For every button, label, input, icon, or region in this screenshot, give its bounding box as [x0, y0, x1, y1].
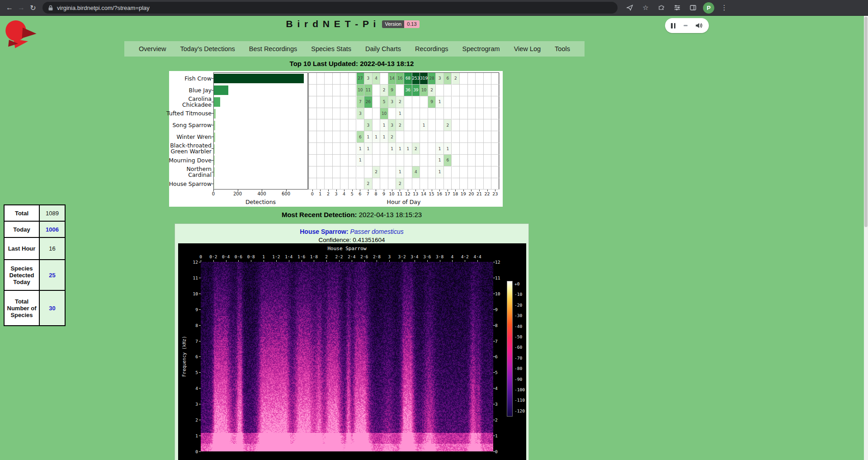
pause-icon[interactable] [671, 23, 675, 28]
hour-tick-label: 20 [468, 191, 474, 196]
hour-tick-label: 6 [359, 191, 361, 196]
heatmap-cell [373, 155, 381, 166]
nav-item-best-recordings[interactable]: Best Recordings [249, 45, 297, 52]
volume-icon[interactable] [695, 22, 703, 29]
spectrogram-time-label: 3·2 [398, 254, 406, 259]
heatmap-cell [428, 119, 436, 131]
send-button[interactable] [624, 2, 636, 14]
heatmap-cell [468, 178, 476, 190]
audio-player[interactable] [665, 18, 709, 33]
media-controls-button[interactable] [671, 2, 683, 14]
heatmap-cell [309, 178, 317, 190]
heatmap-cell [468, 73, 476, 85]
top10-title: Top 10 Last Updated: 2022-04-13 18:12 [175, 60, 529, 67]
heatmap-cell [468, 96, 476, 108]
species-label: Carolina Chickadee [76, 96, 212, 108]
heatmap-cell [404, 178, 412, 190]
heatmap-cell: 3 [436, 73, 444, 85]
spectrogram-time-label: 3 [388, 254, 391, 259]
heatmap-cell [349, 155, 357, 166]
axis-tick [493, 436, 495, 436]
url-bar[interactable]: virginia.birdnetpi.com/?stream=play [42, 2, 618, 14]
version-badge: Version 0.13 [382, 20, 419, 28]
heatmap-cell [325, 73, 333, 85]
nav-item-recordings[interactable]: Recordings [415, 45, 448, 52]
scrollbar-thumb[interactable] [864, 17, 868, 227]
bar-segment [214, 85, 228, 95]
spectrogram-time-label: 4·4 [473, 254, 481, 259]
recent-detection-label: Most Recent Detection: [282, 211, 357, 218]
spectrogram-time-label: 0·8 [247, 254, 255, 259]
heatmap-cell [309, 155, 317, 166]
heatmap-cell [325, 85, 333, 96]
reload-button[interactable]: ↻ [27, 2, 39, 14]
nav-item-species-stats[interactable]: Species Stats [311, 45, 351, 52]
heatmap-xaxis-label: Hour of Day [387, 199, 421, 205]
side-panel-icon [689, 4, 697, 11]
colorbar-label: -100 [514, 387, 525, 392]
heatmap-cell: 1 [436, 96, 444, 108]
axis-tick [199, 356, 201, 357]
nav-item-spectrogram[interactable]: Spectrogram [462, 45, 500, 52]
confidence-value: 0.41351604 [353, 237, 385, 243]
heatmap-cell [373, 119, 381, 131]
heatmap-cell [452, 119, 460, 131]
axis-tick [493, 356, 495, 357]
heatmap-cell [325, 155, 333, 166]
forward-button[interactable]: → [15, 2, 27, 14]
spectrogram-freq-label: 6 [495, 354, 506, 359]
spectrogram-plot: House Sparrow00·20·40·60·811·21·41·61·82… [178, 243, 526, 460]
hour-tick-label: 7 [367, 191, 369, 196]
extensions-button[interactable] [656, 2, 667, 14]
stat-value-link[interactable]: 1006 [39, 221, 65, 237]
heatmap-cell: 1 [396, 166, 404, 178]
heatmap-cell: 3 [388, 119, 396, 131]
heatmap-cell [309, 131, 317, 143]
axis-tick [213, 190, 214, 191]
axis-tick [364, 260, 365, 262]
heatmap-cell: 1 [357, 143, 365, 155]
heatmap-cell [412, 96, 420, 108]
extensions-puzzle-icon [658, 4, 665, 11]
heatmap-cell [388, 166, 396, 178]
axis-tick [493, 278, 495, 278]
spectrogram-freq-label: 10 [495, 291, 506, 296]
spectrogram-time-label: 2·8 [373, 254, 381, 259]
nav-item-view-log[interactable]: View Log [514, 45, 541, 52]
side-panel-button[interactable] [687, 2, 699, 14]
profile-avatar[interactable]: P [703, 2, 714, 14]
spectrogram-freq-label: 2 [495, 417, 506, 422]
version-value: 0.13 [404, 20, 419, 28]
bookmark-button[interactable]: ☆ [640, 2, 651, 14]
heatmap-cell [428, 178, 436, 190]
hour-tick-label: 5 [351, 191, 354, 196]
nav-item-today-s-detections[interactable]: Today's Detections [180, 45, 235, 52]
stat-value: 16 [39, 237, 65, 260]
browser-menu-button[interactable]: ⋮ [718, 2, 730, 14]
heatmap-cell [373, 96, 381, 108]
bar-segment [214, 144, 215, 154]
page-scrollbar[interactable] [864, 16, 868, 460]
heatmap-cell [349, 131, 357, 143]
hour-tick-label: 19 [461, 191, 466, 196]
stat-value-link[interactable]: 25 [39, 260, 65, 290]
nav-item-daily-charts[interactable]: Daily Charts [365, 45, 401, 52]
back-button[interactable]: ← [4, 2, 15, 14]
bar-plot-area [213, 72, 308, 190]
heatmap-cell: 10 [420, 85, 428, 96]
axis-tick [339, 260, 340, 262]
heatmap-cell [420, 131, 428, 143]
nav-item-tools[interactable]: Tools [555, 45, 570, 52]
heatmap-cell [333, 178, 341, 190]
detection-scientific-name[interactable]: Passer domesticus [350, 228, 403, 235]
heatmap-cell [476, 73, 484, 85]
stat-label: Species Detected Today [4, 260, 39, 290]
bar-segment [214, 121, 215, 130]
axis-tick [314, 260, 314, 262]
media-controls-icon [674, 4, 681, 11]
nav-item-overview[interactable]: Overview [139, 45, 166, 52]
stat-value-link[interactable]: 30 [39, 290, 65, 326]
heatmap-cell: 1 [420, 119, 428, 131]
detection-species-link[interactable]: House Sparrow: [300, 228, 348, 235]
heatmap-cell [460, 166, 468, 178]
